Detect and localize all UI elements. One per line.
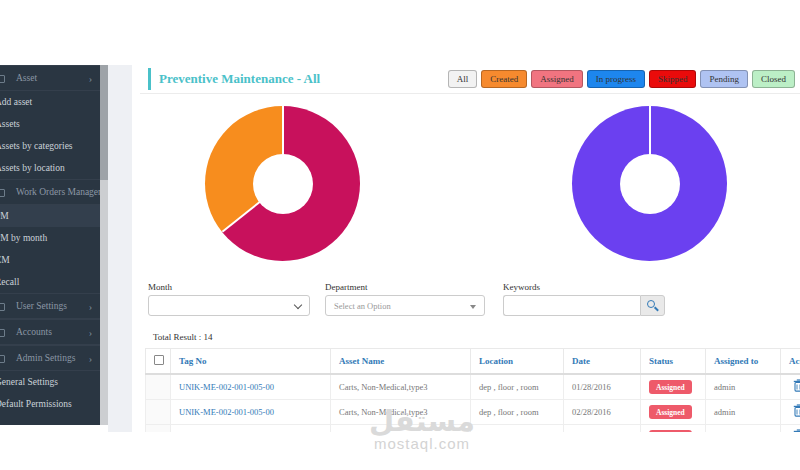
department-select-value: Select an Option: [334, 301, 391, 311]
sidebar-item-label: Assets by location: [0, 163, 65, 173]
filter-bar: Month Department Select an Option Keywor…: [140, 282, 800, 324]
search-icon-handle: [654, 306, 659, 311]
table-row: UNIK-ME-002-001-005-00Carts, Non-Medical…: [146, 374, 800, 400]
sidebar-item-pm[interactable]: PM: [0, 205, 100, 227]
location-cell: dep , floor , room: [471, 425, 564, 433]
sidebar-item-asset[interactable]: Asset›: [0, 65, 100, 91]
results-table-wrapper: Tag NoAsset NameLocationDateStatusAssign…: [145, 348, 800, 432]
donut-hole: [620, 154, 680, 214]
watermark-domain-text: mostaql.com: [322, 435, 522, 452]
status-filter-pending[interactable]: Pending: [700, 70, 748, 88]
delete-button[interactable]: [789, 404, 800, 420]
tag-link[interactable]: UNIK-ME-002-001-005-00: [179, 407, 274, 417]
asset-cell: Carts, Non-Medical,type3: [331, 400, 471, 425]
keywords-filter: Keywords: [503, 282, 665, 316]
charts-area: [140, 94, 800, 266]
sidebar-item-label: Admin Settings: [16, 353, 75, 363]
tag-cell: UNIK-ME-002-001-005-00: [171, 400, 331, 425]
chevron-right-icon: ›: [89, 327, 92, 338]
sidebar-item-assets[interactable]: Assets: [0, 113, 100, 135]
row-select-cell[interactable]: [146, 425, 171, 433]
page-title: Preventive Maintenance - All: [148, 68, 320, 90]
chevron-right-icon: ›: [89, 73, 92, 84]
chevron-right-icon: ›: [89, 353, 92, 364]
select-all-checkbox[interactable]: [154, 355, 164, 365]
chevron-right-icon: ›: [89, 301, 92, 312]
status-filter-assigned[interactable]: Assigned: [531, 70, 583, 88]
table-header-row: Tag NoAsset NameLocationDateStatusAssign…: [146, 349, 800, 375]
assigned-cell: admin: [706, 425, 781, 433]
sidebar-item-add-asset[interactable]: Add asset: [0, 91, 100, 113]
sidebar-item-work-orders-management[interactable]: Work Orders Management›: [0, 179, 100, 205]
menu-icon: [0, 303, 5, 311]
department-label: Department: [325, 282, 485, 292]
row-select-cell[interactable]: [146, 400, 171, 425]
status-filter-skipped[interactable]: Skipped: [649, 70, 697, 88]
action-cell: [781, 374, 800, 400]
delete-button[interactable]: [789, 429, 800, 432]
asset-cell: Carts, Non-Medical,type3: [331, 374, 471, 400]
sidebar-item-default-permissions[interactable]: Default Permissions: [0, 393, 100, 415]
sidebar-item-admin-settings[interactable]: Admin Settings›: [0, 345, 100, 371]
sidebar-item-label: CM: [0, 255, 10, 265]
status-badge: Assigned: [649, 380, 692, 394]
search-button[interactable]: [640, 295, 665, 316]
sidebar-item-recall[interactable]: Recall: [0, 271, 100, 293]
sidebar-item-cm[interactable]: CM: [0, 249, 100, 271]
sidebar-item-general-settings[interactable]: General Settings: [0, 371, 100, 393]
sidebar-item-assets-by-categories[interactable]: Assets by categories: [0, 135, 100, 157]
sidebar-item-user-settings[interactable]: User Settings›: [0, 293, 100, 319]
asset-cell: Carts, Non-Medical,type3: [331, 425, 471, 433]
sidebar-item-accounts[interactable]: Accounts›: [0, 319, 100, 345]
donut-chart-left: [205, 106, 360, 261]
sidebar-item-pm-by-month[interactable]: PM by month: [0, 227, 100, 249]
keywords-input[interactable]: [503, 295, 640, 316]
status-badge: Assigned: [649, 430, 692, 432]
sidebar-scrollbar-thumb[interactable]: [100, 65, 108, 180]
status-filter-in-progress[interactable]: In progress: [587, 70, 645, 88]
total-result-label: Total Result : 14: [140, 324, 800, 348]
column-header-status: Status: [641, 349, 706, 375]
month-select[interactable]: [148, 295, 310, 316]
status-filter-closed[interactable]: Closed: [752, 70, 795, 88]
sidebar-item-label: PM: [0, 211, 9, 221]
status-cell: Assigned: [641, 400, 706, 425]
month-label: Month: [148, 282, 310, 292]
column-header-assigned-to: Assigned to: [706, 349, 781, 375]
status-cell: Assigned: [641, 374, 706, 400]
delete-button[interactable]: [789, 379, 800, 395]
status-filter-all[interactable]: All: [448, 70, 478, 88]
sidebar-item-assets-by-location[interactable]: Assets by location: [0, 157, 100, 179]
sidebar-item-label: PM by month: [0, 233, 47, 243]
tag-link[interactable]: UNIK-ME-002-001-005-00: [179, 382, 274, 392]
sidebar-item-label: Asset: [16, 73, 37, 83]
sidebar-scrollbar-track[interactable]: [100, 65, 108, 425]
sidebar-item-label: Assets: [0, 119, 20, 129]
trash-icon-svg: [793, 429, 800, 432]
card-gap: [132, 65, 140, 432]
menu-icon: [0, 75, 5, 83]
dropdown-arrow-icon: [470, 305, 476, 309]
app-window: Asset›Add assetAssetsAssets by categorie…: [0, 0, 800, 470]
keywords-label: Keywords: [503, 282, 665, 292]
date-cell: 01/28/2016: [564, 374, 641, 400]
sidebar-item-label: Add asset: [0, 97, 32, 107]
status-badge: Assigned: [649, 405, 692, 419]
trash-icon-svg: [793, 404, 800, 417]
tag-cell: UNIK-ME-002-001-005-00: [171, 425, 331, 433]
row-select-cell[interactable]: [146, 374, 171, 400]
date-cell: 02/28/2016: [564, 400, 641, 425]
select-all-header: [146, 349, 171, 375]
column-header-asset-name: Asset Name: [331, 349, 471, 375]
status-filter-created[interactable]: Created: [481, 70, 527, 88]
department-filter: Department Select an Option: [325, 282, 485, 316]
column-header-tag-no: Tag No: [171, 349, 331, 375]
month-filter: Month: [148, 282, 310, 316]
sidebar-item-label: Default Permissions: [0, 399, 72, 409]
location-cell: dep , floor , room: [471, 400, 564, 425]
sidebar: Asset›Add assetAssetsAssets by categorie…: [0, 65, 100, 425]
action-cell: [781, 400, 800, 425]
department-select[interactable]: Select an Option: [325, 295, 485, 316]
sidebar-item-label: Recall: [0, 277, 19, 287]
table-row: UNIK-ME-002-001-005-00Carts, Non-Medical…: [146, 425, 800, 433]
